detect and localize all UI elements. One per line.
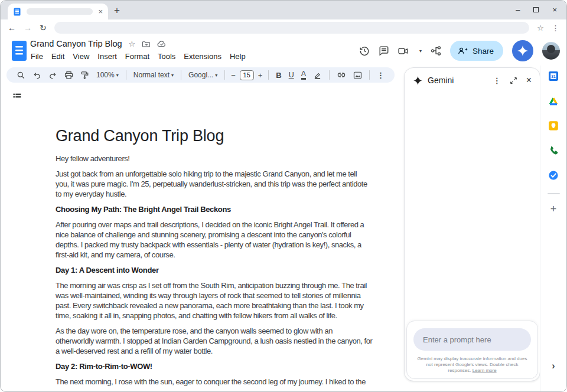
learn-more-link[interactable]: Learn more [472, 368, 497, 373]
meet-camera-icon[interactable] [398, 47, 409, 55]
menu-tools[interactable]: Tools [154, 51, 180, 61]
tab-strip: × + – × [1, 1, 566, 19]
gemini-spark-button[interactable] [512, 40, 533, 61]
font-size-decrease-button[interactable]: − [229, 71, 238, 80]
bookmark-star-icon[interactable]: ☆ [537, 24, 544, 32]
doc-paragraph: As the day wore on, the temperature rose… [56, 326, 387, 356]
font-size-input[interactable]: 15 [240, 70, 254, 80]
doc-paragraph: Just got back from an unforgettable solo… [56, 169, 387, 199]
gemini-panel-header: Gemini ⋮ × [405, 68, 540, 85]
gemini-prompt-card: Gemini may display inaccurate informatio… [406, 321, 538, 379]
bold-button[interactable]: B [272, 71, 285, 80]
window-controls: – × [516, 6, 557, 14]
highlight-color-icon[interactable] [309, 71, 325, 80]
share-button-label: Share [472, 47, 494, 55]
gemini-disclaimer: Gemini may display inaccurate informatio… [413, 356, 531, 374]
version-history-icon[interactable] [359, 45, 370, 56]
menu-insert[interactable]: Insert [93, 51, 121, 61]
search-menus-icon[interactable] [13, 71, 29, 80]
font-select[interactable]: Googl...▾ [185, 71, 221, 79]
menu-edit[interactable]: Edit [47, 51, 69, 61]
keep-icon[interactable] [548, 120, 559, 131]
menu-extensions[interactable]: Extensions [180, 51, 226, 61]
text-color-button[interactable]: A [298, 71, 309, 80]
doc-heading-title: Grand Canyon Trip Blog [56, 126, 387, 146]
gemini-spark-icon [413, 76, 422, 85]
underline-button[interactable]: U [285, 71, 298, 79]
forward-icon[interactable]: → [24, 24, 32, 32]
doc-section-heading: Day 2: Rim-to-Rim-to-WOW! [56, 361, 387, 371]
maximize-button[interactable] [533, 7, 539, 12]
browser-tab[interactable]: × [8, 4, 108, 19]
menu-file[interactable]: File [27, 51, 47, 61]
share-people-icon [458, 47, 468, 55]
font-size-increase-button[interactable]: + [256, 71, 265, 80]
insert-image-icon[interactable] [350, 71, 366, 80]
svg-text:31: 31 [551, 74, 556, 79]
insert-link-icon[interactable] [333, 70, 350, 80]
side-panel-rail: 31 + › [540, 66, 566, 391]
gemini-prompt-input[interactable] [413, 328, 531, 351]
gemini-expand-icon[interactable] [510, 77, 517, 84]
doc-section-heading: Choosing My Path: The Bright Angel Trail… [56, 204, 387, 214]
move-folder-icon[interactable] [142, 40, 151, 48]
tab-title-redacted [27, 8, 93, 15]
calendar-icon[interactable]: 31 [548, 71, 559, 81]
doc-paragraph: After pouring over maps and trail descri… [56, 220, 387, 260]
drive-icon[interactable] [548, 96, 559, 106]
minimize-button[interactable]: – [516, 6, 520, 14]
close-button[interactable]: × [552, 6, 557, 14]
styles-select[interactable]: Normal text▾ [130, 71, 177, 79]
print-icon[interactable] [61, 71, 77, 80]
toolbar: 100%▾ Normal text▾ Googl...▾ − 15 + B U … [6, 67, 395, 83]
document-outline-icon[interactable] [12, 92, 22, 102]
gemini-more-icon[interactable]: ⋮ [493, 76, 501, 85]
comments-icon[interactable] [379, 45, 389, 56]
tab-close-icon[interactable]: × [98, 8, 103, 15]
address-bar-row: ← → ↻ ☆ ⋮ [1, 19, 566, 36]
get-addons-button[interactable]: + [540, 203, 566, 215]
doc-paragraph: Hey fellow adventurers! [56, 153, 387, 164]
share-button[interactable]: Share [450, 41, 503, 61]
docs-logo-icon[interactable] [11, 40, 27, 61]
menu-format[interactable]: Format [121, 51, 154, 61]
tasks-icon[interactable] [548, 170, 559, 181]
toolbar-more-icon[interactable]: ⋮ [373, 71, 388, 80]
menu-view[interactable]: View [69, 51, 93, 61]
paint-format-icon[interactable] [77, 71, 93, 80]
doc-section-heading: Day 1: A Descent into Wonder [56, 265, 387, 275]
gemini-panel-title: Gemini [428, 76, 493, 85]
redo-icon[interactable] [45, 71, 61, 80]
zoom-select[interactable]: 100%▾ [93, 71, 122, 79]
gemini-close-icon[interactable]: × [526, 76, 532, 85]
activity-tree-icon[interactable] [431, 45, 441, 56]
menu-bar: FileEditViewInsertFormatToolsExtensionsH… [27, 51, 250, 61]
doc-paragraph: The next morning, I rose with the sun, e… [56, 377, 387, 387]
menu-help[interactable]: Help [226, 51, 250, 61]
document-canvas[interactable]: Grand Canyon Trip BlogHey fellow adventu… [56, 126, 387, 392]
new-tab-button[interactable]: + [114, 5, 120, 17]
cloud-saved-icon[interactable] [157, 40, 167, 47]
address-input[interactable] [54, 22, 530, 34]
rail-divider [548, 193, 560, 194]
browser-menu-icon[interactable]: ⋮ [552, 24, 559, 32]
collapse-panel-chevron-icon[interactable]: › [540, 361, 566, 371]
back-icon[interactable]: ← [8, 24, 16, 32]
browser-window: × + – × ← → ↻ ☆ ⋮ Grand Canyon Trip Blog… [0, 0, 567, 392]
reload-icon[interactable]: ↻ [40, 24, 47, 32]
docs-header: Grand Canyon Trip Blog ☆ FileEditViewIns… [1, 36, 566, 66]
document-title[interactable]: Grand Canyon Trip Blog [30, 39, 122, 48]
account-avatar[interactable] [542, 42, 560, 60]
meet-dropdown-caret-icon[interactable]: ▾ [419, 48, 422, 54]
doc-paragraph: The morning air was crisp as I set off f… [56, 280, 387, 321]
gemini-panel: Gemini ⋮ × Gemini may display inaccurate… [404, 67, 540, 381]
contacts-phone-icon[interactable] [548, 145, 559, 156]
undo-icon[interactable] [29, 71, 45, 80]
star-document-icon[interactable]: ☆ [129, 40, 136, 48]
docs-favicon [13, 8, 21, 16]
